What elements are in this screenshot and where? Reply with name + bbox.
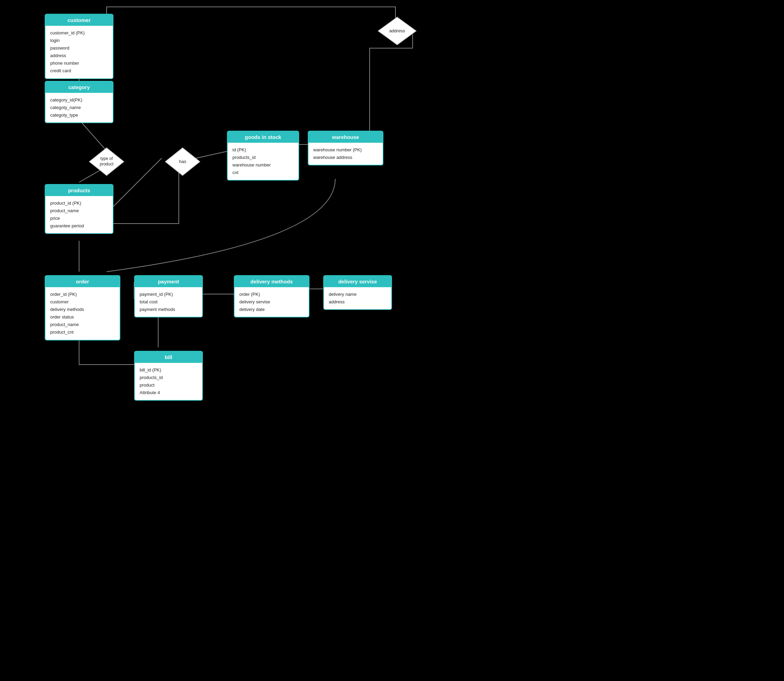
field: warehouse number (PK) (313, 146, 378, 154)
entity-bill: bill bill_id (PK) products_id product At… (134, 351, 203, 401)
entity-warehouse: warehouse warehouse number (PK) warehous… (308, 131, 383, 165)
field: delivery servise (239, 298, 304, 306)
entity-order-body: order_id (PK) customer delivery methods … (45, 287, 120, 340)
entity-warehouse-header: warehouse (308, 131, 383, 143)
field: product_name (50, 207, 108, 215)
entity-order-header: order (45, 276, 120, 287)
entity-goods-body: id (PK) products_id warehouse number cnt (228, 143, 299, 180)
entity-customer: customer customer_id (PK) login password… (45, 14, 114, 79)
entity-products: products product_id (PK) product_name pr… (45, 184, 114, 234)
field: phone number (50, 60, 108, 67)
entity-goods-header: goods in stock (228, 131, 299, 143)
field: delivery methods (50, 306, 115, 314)
field: products_id (140, 374, 198, 382)
field: payment_id (PK) (140, 291, 198, 298)
field: category_id(PK) (50, 96, 108, 104)
field: order (PK) (239, 291, 304, 298)
field: login (50, 37, 108, 44)
entity-delivery-servise: delivery servise delivery name address (323, 275, 392, 310)
field: categoty_name (50, 104, 108, 111)
diamond-label-type-of-product: type of product (100, 156, 114, 167)
entity-delivery-servise-header: delivery servise (324, 276, 391, 287)
entity-products-header: products (45, 185, 113, 196)
entity-customer-header: customer (45, 14, 113, 26)
field: product (140, 382, 198, 389)
field: Attribute 4 (140, 389, 198, 397)
field: order_id (PK) (50, 291, 115, 298)
entity-category-header: category (45, 81, 113, 93)
entity-payment-header: payment (135, 276, 202, 287)
field: credit card (50, 67, 108, 74)
diamond-address: address (376, 16, 418, 46)
diamond-label-has: has (179, 159, 187, 165)
entity-category: category category_id(PK) categoty_name c… (45, 81, 114, 123)
field: customer (50, 298, 115, 306)
field: price (50, 215, 108, 222)
field: product_cnt (50, 328, 115, 336)
entity-bill-header: bill (135, 352, 202, 363)
diamond-label-address: address (389, 28, 405, 34)
field: delivery date (239, 306, 304, 314)
connections-layer (0, 0, 784, 681)
field: payment methods (140, 306, 198, 314)
entity-warehouse-body: warehouse number (PK) warehouse address (308, 143, 383, 165)
field: bill_id (PK) (140, 366, 198, 374)
field: id (PK) (232, 146, 294, 154)
field: password (50, 44, 108, 52)
field: warehouse number (232, 161, 294, 169)
field: warehouse address (313, 154, 378, 161)
diamond-type-of-product: type of product (88, 146, 125, 177)
field: customer_id (PK) (50, 29, 108, 37)
entity-products-body: product_id (PK) product_name price guara… (45, 196, 113, 233)
field: order status (50, 314, 115, 321)
field: categoty_type (50, 111, 108, 119)
entity-delivery-methods: delivery methods order (PK) delivery ser… (234, 275, 310, 317)
entity-payment: payment payment_id (PK) total cost payme… (134, 275, 203, 317)
entity-category-body: category_id(PK) categoty_name categoty_t… (45, 93, 113, 122)
field: address (50, 52, 108, 60)
field: products_id (232, 154, 294, 161)
entity-payment-body: payment_id (PK) total cost payment metho… (135, 287, 202, 317)
entity-goods-in-stock: goods in stock id (PK) products_id wareh… (227, 131, 299, 181)
field: delivery name (329, 291, 387, 298)
field: guarantee period (50, 222, 108, 230)
field: address (329, 298, 387, 306)
entity-order: order order_id (PK) customer delivery me… (45, 275, 120, 340)
entity-delivery-methods-header: delivery methods (234, 276, 309, 287)
field: product_id (PK) (50, 200, 108, 207)
field: product_name (50, 321, 115, 328)
entity-delivery-methods-body: order (PK) delivery servise delivery dat… (234, 287, 309, 317)
field: total cost (140, 298, 198, 306)
entity-customer-body: customer_id (PK) login password address … (45, 26, 113, 78)
field: cnt (232, 169, 294, 176)
diamond-has: has (164, 146, 201, 177)
entity-bill-body: bill_id (PK) products_id product Attribu… (135, 363, 202, 400)
entity-delivery-servise-body: delivery name address (324, 287, 391, 309)
